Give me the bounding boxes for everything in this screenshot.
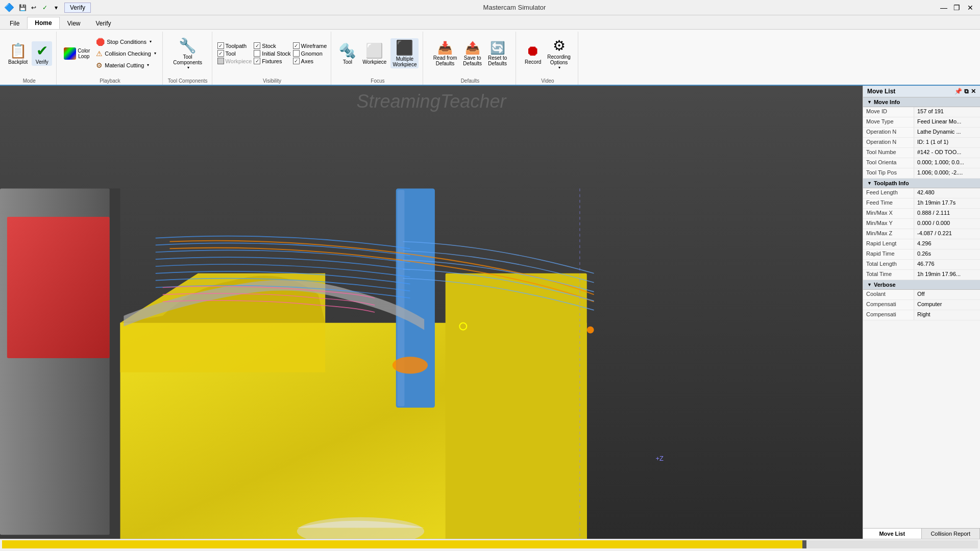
stock-checkbox[interactable]: Stock [254,42,290,49]
mode-group: 📋 Backplot ✔ Verify Mode [2,32,57,85]
tab-file[interactable]: File [2,17,27,29]
record-button[interactable]: ⏺ Record [523,41,543,66]
compensation1-label: Compensati [863,300,914,310]
close-button[interactable]: ✕ [965,2,976,13]
tool-components-group-label: Tool Components [168,77,208,85]
rapid-time-row: Rapid Time 0.26s [863,249,980,260]
save-defaults-label: Save toDefaults [463,55,482,66]
color-loop-icon [64,47,76,60]
gnomon-checkbox[interactable]: Gnomon [293,50,327,57]
reset-defaults-button[interactable]: 🔄 Reset toDefaults [486,40,509,67]
move-info-title: Move Info [874,99,900,105]
material-cutting-button[interactable]: ⚙ Material Cutting ▾ [94,60,158,70]
collision-report-tab[interactable]: Collision Report [922,529,981,539]
operation-id-row: Operation N ID: 1 (1 of 1) [863,138,980,148]
visibility-col3: Wireframe Gnomon Axes [293,42,327,64]
toolpath-cb-label: Toolpath [226,43,247,49]
wireframe-checkbox[interactable]: Wireframe [293,42,327,49]
tab-view[interactable]: View [60,17,88,29]
toolpath-info-section-header[interactable]: ▼ Toolpath Info [863,179,980,188]
recording-options-button[interactable]: ⚙ RecordingOptions ▾ [545,36,573,71]
reset-defaults-icon: 🔄 [490,41,505,55]
feed-time-row: Feed Time 1h 19min 17.7s [863,198,980,209]
axes-checkbox[interactable]: Axes [293,58,327,64]
workpiece-checkbox[interactable]: Workpiece [217,58,252,64]
progress-bar-fill [2,540,802,548]
tool-checkbox[interactable]: Tool [217,50,252,57]
move-type-label: Move Type [863,117,914,127]
qat-dropdown[interactable]: ▾ [51,3,61,13]
multiple-workpiece-button[interactable]: ⬛ MultipleWorkpiece [390,38,419,68]
playback-right: 🛑 Stop Conditions ▾ ⚠ Collision Checking… [94,37,158,70]
check-qat-button[interactable]: ✓ [40,3,50,13]
coolant-value: Off [914,290,980,299]
coolant-label: Coolant [863,290,914,299]
initial-stock-checkbox[interactable]: Initial Stock [254,50,290,57]
tool-focus-button[interactable]: 🔩 Tool [336,41,358,66]
min-max-z-row: Min/Max Z -4.087 / 0.221 [863,229,980,239]
mode-group-content: 📋 Backplot ✔ Verify [6,32,52,77]
rapid-length-label: Rapid Lengt [863,239,914,249]
svg-point-9 [587,327,594,334]
toolpath-arrow: ▼ [867,181,872,186]
tool-cb-label: Tool [226,51,236,57]
tool-tip-label: Tool Tip Pos [863,168,914,178]
stop-conditions-button[interactable]: 🛑 Stop Conditions ▾ [94,37,158,47]
save-defaults-button[interactable]: 📤 Save toDefaults [461,40,484,67]
read-defaults-button[interactable]: 📥 Read fromDefaults [431,40,459,67]
tab-home[interactable]: Home [27,17,59,29]
minimize-button[interactable]: — [938,2,949,13]
collision-checking-button[interactable]: ⚠ Collision Checking ▾ [94,48,158,59]
panel-pin-button[interactable]: 📌 [954,88,962,95]
move-type-value: Feed Linear Mo... [914,117,980,127]
fixtures-checkbox[interactable]: Fixtures [254,58,290,64]
save-qat-button[interactable]: 💾 [17,3,28,13]
move-list-tab[interactable]: Move List [863,529,922,539]
workpiece-focus-label: Workpiece [362,59,386,65]
multiple-workpiece-icon: ⬛ [396,39,413,56]
move-id-label: Move ID [863,107,914,117]
defaults-group: 📥 Read fromDefaults 📤 Save toDefaults 🔄 … [424,32,516,85]
rapid-length-value: 4.296 [914,239,980,249]
panel-close-button[interactable]: ✕ [971,88,976,95]
axis-label-z: +Z [655,455,664,462]
backplot-button[interactable]: 📋 Backplot [6,41,30,66]
toolpath-checkbox[interactable]: Toolpath [217,42,252,49]
undo-qat-button[interactable]: ↩ [29,3,39,13]
compensation1-row: Compensati Computer [863,300,980,310]
workpiece-focus-button[interactable]: ⬜ Workpiece [360,41,388,66]
gnomon-cb-box [293,50,300,57]
svg-rect-6 [398,190,405,406]
operation-name-value: Lathe Dynamic ... [914,128,980,137]
svg-rect-4 [446,273,587,539]
stock-cb-label: Stock [262,43,276,49]
feed-length-row: Feed Length 42.480 [863,188,980,198]
panel-undock-button[interactable]: ⧉ [964,88,969,95]
title-bar: 🔷 💾 ↩ ✓ ▾ Verify Mastercam Simulator — ❐… [0,0,980,15]
video-group: ⏺ Record ⚙ RecordingOptions ▾ Video [517,32,578,85]
tab-verify[interactable]: Verify [88,17,118,29]
video-content: ⏺ Record ⚙ RecordingOptions ▾ [523,32,573,77]
compensation2-label: Compensati [863,310,914,320]
color-loop-button[interactable]: ColorLoop [62,46,92,61]
reset-defaults-label: Reset toDefaults [488,55,507,66]
recording-options-label: RecordingOptions [547,54,571,65]
verbose-section-header[interactable]: ▼ Verbose [863,280,980,290]
operation-id-value: ID: 1 (1 of 1) [914,138,980,147]
progress-bar-thumb[interactable] [802,540,806,548]
rapid-length-row: Rapid Lengt 4.296 [863,239,980,249]
tool-components-button[interactable]: 🔧 ToolComponents ▾ [171,36,204,71]
recording-options-icon: ⚙ [553,37,566,54]
simulation-progress-bar[interactable] [2,540,978,548]
svg-rect-3 [7,217,110,358]
move-info-section-header[interactable]: ▼ Move Info [863,97,980,107]
focus-content: 🔩 Tool ⬜ Workpiece ⬛ MultipleWorkpiece [336,32,419,77]
restore-button[interactable]: ❐ [951,2,963,13]
viewport[interactable]: StreamingTeacher +Z [0,86,863,539]
compensation2-value: Right [914,310,980,320]
material-cutting-label: Material Cutting [105,62,144,68]
move-id-row: Move ID 157 of 191 [863,107,980,117]
verify-button[interactable]: ✔ Verify [32,41,52,66]
read-defaults-icon: 📥 [437,41,453,55]
collision-arrow: ▾ [154,51,156,56]
